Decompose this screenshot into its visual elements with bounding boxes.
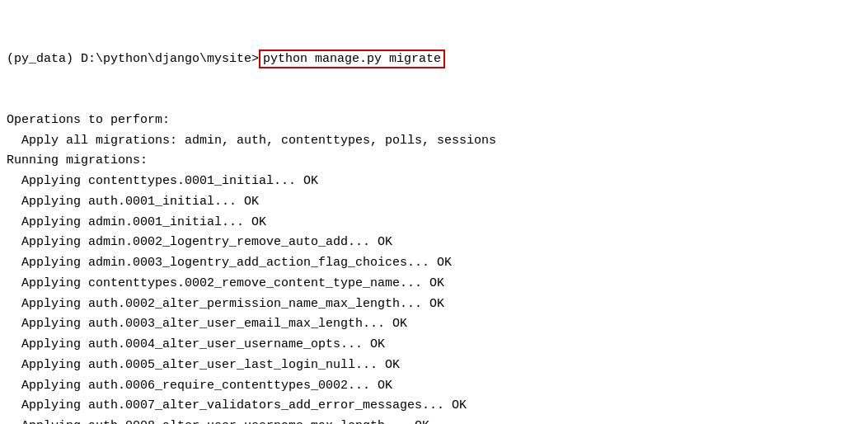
terminal-line: Applying contenttypes.0002_remove_conten… — [7, 274, 861, 294]
terminal-line: Applying auth.0003_alter_user_email_max_… — [7, 314, 861, 335]
terminal-line: Applying auth.0006_require_contenttypes_… — [7, 376, 861, 397]
terminal-line: Apply all migrations: admin, auth, conte… — [7, 131, 861, 152]
command-line: (py_data) D:\python\django\mysite>python… — [7, 49, 861, 70]
terminal-line: Applying auth.0007_alter_validators_add_… — [7, 396, 861, 417]
terminal-line: Applying admin.0003_logentry_add_action_… — [7, 253, 861, 274]
terminal-line: Applying auth.0004_alter_user_username_o… — [7, 335, 861, 356]
terminal-line: Applying admin.0002_logentry_remove_auto… — [7, 233, 861, 253]
terminal-line: Applying auth.0008_alter_user_username_m… — [7, 417, 861, 424]
terminal-line: Running migrations: — [7, 151, 861, 172]
terminal-line: Applying admin.0001_initial... OK — [7, 213, 861, 233]
terminal-line: Operations to perform: — [7, 111, 861, 131]
terminal-line: Applying auth.0005_alter_user_last_login… — [7, 356, 861, 376]
command-highlight: python manage.py migrate — [259, 49, 445, 68]
output-area: Operations to perform: Apply all migrati… — [7, 111, 861, 424]
terminal-output: (py_data) D:\python\django\mysite>python… — [7, 8, 861, 424]
terminal-line: Applying contenttypes.0001_initial... OK — [7, 172, 861, 192]
terminal-line: Applying auth.0001_initial... OK — [7, 192, 861, 213]
terminal-line: Applying auth.0002_alter_permission_name… — [7, 294, 861, 315]
prompt: (py_data) D:\python\django\mysite> — [7, 52, 259, 66]
